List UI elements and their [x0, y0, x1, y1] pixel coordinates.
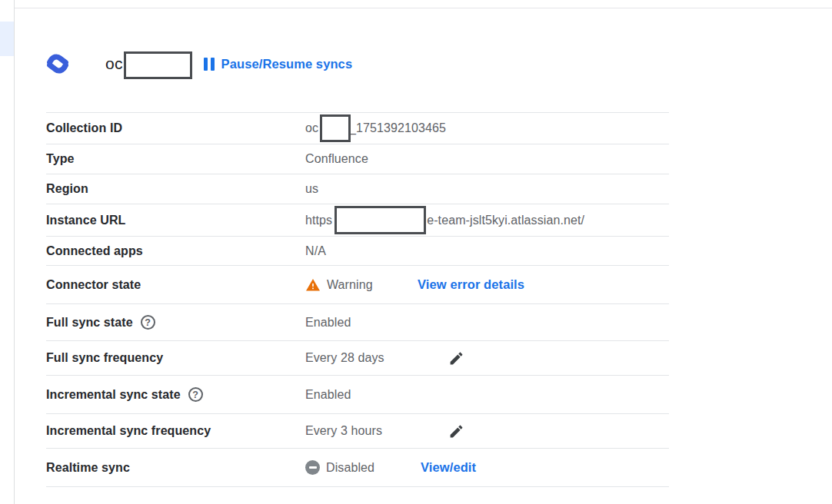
row-label-text: Incremental sync state [46, 388, 181, 402]
frequency-value: Every 3 hours [305, 424, 448, 438]
row-label: Collection ID [46, 121, 305, 135]
row-value: us [305, 182, 669, 196]
row-label: Type [46, 152, 305, 166]
realtime-status-label: Disabled [326, 461, 374, 475]
instance-url-prefix: https [305, 214, 332, 227]
row-label: Instance URL [46, 214, 305, 227]
connector-status: Warning [305, 277, 418, 293]
table-row-region: Region us [46, 174, 669, 204]
row-label: Full sync frequency [46, 351, 305, 365]
help-icon[interactable]: ? [188, 387, 203, 402]
instance-url-redaction-box [334, 206, 426, 234]
row-value: Every 3 hours [305, 423, 669, 439]
instance-url-suffix: e-team-jslt5kyi.atlassian.net/ [427, 214, 584, 227]
row-label: Incremental sync state ? [46, 387, 305, 402]
frequency-value: Every 28 days [305, 351, 448, 365]
table-row-full-sync-state: Full sync state ? Enabled [46, 304, 669, 341]
table-row-connector-state: Connector state Warning View error detai… [46, 266, 669, 304]
table-row-incremental-sync-state: Incremental sync state ? Enabled [46, 376, 669, 414]
row-label-text: Full sync state [46, 316, 133, 330]
connector-detail-table: Collection ID oc _1751392103465 Type Con… [46, 112, 669, 487]
table-row-type: Type Confluence [46, 144, 669, 174]
disabled-icon [305, 460, 320, 475]
pause-resume-label: Pause/Resume syncs [221, 57, 353, 71]
row-label: Realtime sync [46, 461, 305, 475]
row-value: oc _1751392103465 [305, 118, 669, 139]
row-value: Confluence [305, 152, 669, 166]
collection-id-prefix: oc [305, 121, 318, 135]
title-redaction-box [124, 51, 192, 79]
edit-pencil-icon [448, 423, 464, 439]
help-icon[interactable]: ? [141, 315, 155, 330]
row-value: Enabled [305, 388, 669, 402]
collection-id-suffix: _1751392103465 [349, 121, 446, 135]
row-value: Every 28 days [305, 350, 669, 366]
edit-incremental-sync-frequency-button[interactable] [448, 423, 464, 439]
view-edit-link[interactable]: View/edit [421, 460, 476, 475]
warning-icon [305, 277, 321, 293]
table-row-full-sync-frequency: Full sync frequency Every 28 days [46, 341, 669, 376]
row-value: N/A [305, 244, 669, 258]
row-value: Warning View error details [305, 277, 669, 293]
table-row-realtime-sync: Realtime sync Disabled View/edit [46, 449, 669, 487]
edit-pencil-icon [448, 350, 464, 366]
row-value: Enabled [305, 316, 669, 330]
collection-id-redaction-box [320, 114, 351, 142]
table-row-collection-id: Collection ID oc _1751392103465 [46, 113, 669, 144]
header-divider [15, 8, 832, 8]
table-row-incremental-sync-frequency: Incremental sync frequency Every 3 hours [46, 414, 669, 449]
table-row-connected-apps: Connected apps N/A [46, 237, 669, 266]
row-label: Region [46, 182, 305, 196]
connector-detail-page: oc Pause/Resume syncs Collection ID oc _… [0, 0, 832, 504]
row-value: https e-team-jslt5kyi.atlassian.net/ [305, 209, 669, 231]
edit-full-sync-frequency-button[interactable] [448, 350, 464, 366]
row-label: Full sync state ? [46, 315, 305, 330]
realtime-status: Disabled [305, 460, 421, 475]
row-label: Connected apps [46, 244, 305, 258]
collection-title: oc [105, 55, 123, 73]
pause-icon [204, 58, 215, 71]
row-label: Incremental sync frequency [46, 424, 305, 438]
row-value: Disabled View/edit [305, 460, 669, 475]
view-error-details-link[interactable]: View error details [418, 277, 524, 292]
connector-status-label: Warning [327, 278, 373, 292]
collection-header: oc Pause/Resume syncs [46, 46, 352, 81]
row-label: Connector state [46, 278, 305, 292]
sidebar-selected-item-edge[interactable] [0, 22, 14, 56]
sidebar-divider [14, 0, 15, 504]
table-row-instance-url: Instance URL https e-team-jslt5kyi.atlas… [46, 204, 669, 237]
confluence-logo-icon [46, 51, 69, 77]
pause-resume-button[interactable]: Pause/Resume syncs [204, 57, 353, 71]
